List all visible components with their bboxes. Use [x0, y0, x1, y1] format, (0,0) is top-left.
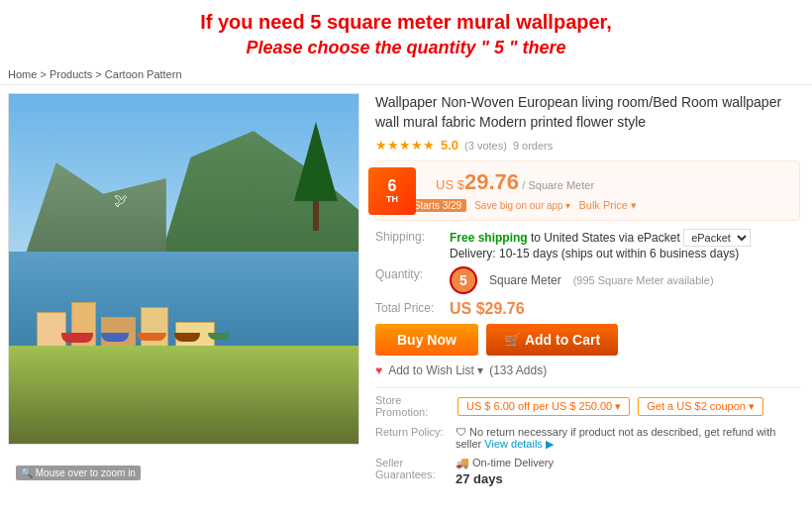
product-details: Wallpaper Non-Woven European living room… — [371, 93, 804, 486]
quantity-input[interactable]: 5 — [450, 266, 477, 294]
delivery-time: Delivery: 10-15 days (ships out within 6… — [450, 247, 739, 260]
breadcrumb: Home > Products > Cartoon Pattern — [0, 64, 812, 85]
stars: ★★★★★ — [375, 138, 435, 153]
promo-coupon1[interactable]: US $ 6.00 off per US $ 250.00 ▾ — [457, 397, 630, 416]
add-to-cart-button[interactable]: 🛒 Add to Cart — [486, 324, 618, 356]
product-title: Wallpaper Non-Woven European living room… — [375, 93, 800, 132]
orders-count: 9 orders — [513, 140, 553, 152]
main-content: 🕊 🔍 Mouse over to zoom in Wallpaper Non-… — [0, 85, 812, 494]
quantity-available: (995 Square Meter available) — [573, 274, 714, 286]
anniversary-badge: 6 TH — [368, 167, 416, 215]
promo-label: Store Promotion: — [375, 394, 450, 418]
cart-icon: 🛒 — [504, 332, 521, 348]
shipping-label: Shipping: — [375, 229, 450, 244]
quantity-unit: Square Meter — [489, 273, 561, 287]
quantity-label: Quantity: — [375, 266, 450, 281]
bulk-price[interactable]: Bulk Price ▾ — [578, 199, 637, 212]
return-view-details[interactable]: View details ▶ — [484, 438, 554, 450]
promo-coupon2[interactable]: Get a US $2 coupon ▾ — [638, 397, 763, 416]
price-box: 6 TH US $29.76 / Square Meter Sale Start… — [375, 160, 800, 221]
shipping-value: Free shipping to United States via ePack… — [450, 229, 800, 260]
annotation-line1: If you need 5 square meter mural wallpap… — [10, 8, 802, 36]
breadcrumb-home[interactable]: Home — [8, 68, 37, 80]
quantity-value: 5 Square Meter (995 Square Meter availab… — [450, 266, 800, 294]
seller-text: On-time Delivery — [472, 457, 554, 468]
product-image-area: 🕊 🔍 Mouse over to zoom in — [8, 93, 359, 486]
divider1 — [375, 387, 800, 388]
seller-value: 🚚 On-time Delivery 27 days — [456, 457, 554, 486]
free-shipping: Free shipping — [450, 231, 528, 245]
total-label: Total Price: — [375, 300, 450, 315]
action-buttons: Buy Now 🛒 Add to Cart — [375, 324, 800, 356]
price-sub-row: Sale Starts 3/29 Save big on our app ▾ B… — [386, 199, 789, 212]
promotion-row: Store Promotion: US $ 6.00 off per US $ … — [375, 394, 800, 418]
shipping-to: to United States via ePacket — [528, 231, 680, 245]
total-row: Total Price: US $29.76 — [375, 300, 800, 318]
rating-row: ★★★★★ 5.0 (3 votes) 9 orders — [375, 138, 800, 153]
seller-label: Seller Guarantees: — [375, 457, 450, 480]
wishlist-count: (133 Adds) — [489, 363, 547, 377]
product-image[interactable]: 🕊 — [8, 93, 359, 445]
breadcrumb-products[interactable]: Products — [50, 68, 92, 80]
app-save[interactable]: Save big on our app ▾ — [474, 200, 570, 211]
price-amount: 29.76 — [464, 169, 519, 194]
seller-days: 27 days — [456, 471, 554, 486]
seller-row: Seller Guarantees: 🚚 On-time Delivery 27… — [375, 457, 800, 486]
wishlist-row[interactable]: ♥ Add to Wish List ▾ (133 Adds) — [375, 363, 800, 377]
shipping-method-select[interactable]: ePacket — [683, 229, 751, 247]
buy-now-button[interactable]: Buy Now — [375, 324, 478, 356]
zoom-label: 🔍 Mouse over to zoom in — [16, 465, 141, 480]
annotation-box: If you need 5 square meter mural wallpap… — [0, 0, 812, 64]
return-value: 🛡 No return necessary if product not as … — [456, 426, 800, 451]
price-main: US $29.76 / Square Meter — [436, 169, 789, 195]
cart-label: Add to Cart — [525, 332, 600, 348]
wishlist-label[interactable]: Add to Wish List ▾ — [388, 363, 483, 377]
price-currency: US $ — [436, 177, 464, 192]
heart-icon: ♥ — [375, 363, 382, 377]
quantity-row: Quantity: 5 Square Meter (995 Square Met… — [375, 266, 800, 294]
truck-icon: 🚚 — [456, 457, 469, 468]
breadcrumb-category: Cartoon Pattern — [105, 68, 182, 80]
rating-score: 5.0 — [441, 138, 458, 153]
total-price: US $29.76 — [450, 300, 525, 318]
shipping-row: Shipping: Free shipping to United States… — [375, 229, 800, 260]
return-label: Return Policy: — [375, 426, 450, 438]
return-policy-row: Return Policy: 🛡 No return necessary if … — [375, 426, 800, 451]
price-per: / Square Meter — [522, 179, 594, 191]
rating-votes: (3 votes) — [464, 140, 507, 152]
annotation-line2: Please choose the quantity " 5 " there — [10, 36, 802, 60]
shield-icon: 🛡 — [456, 426, 466, 438]
